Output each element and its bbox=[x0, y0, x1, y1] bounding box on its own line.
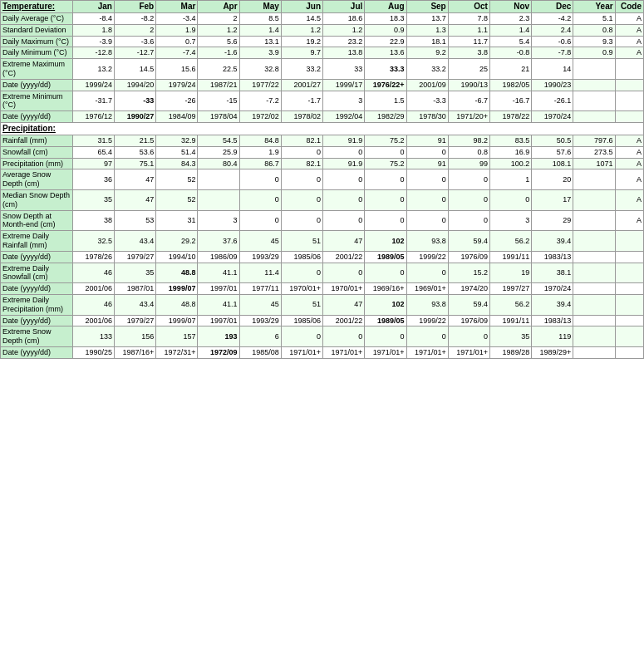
cell-value: 46 bbox=[72, 263, 114, 283]
cell-value: 9.7 bbox=[281, 47, 322, 59]
cell-value: 35 bbox=[72, 189, 114, 210]
col-header-mar: Mar bbox=[156, 1, 198, 13]
cell-value: 1997/01 bbox=[198, 315, 239, 326]
cell-value: 1071 bbox=[573, 158, 615, 169]
cell-value: 156 bbox=[114, 326, 155, 347]
cell-value: 1977/22 bbox=[239, 79, 281, 91]
cell-value bbox=[615, 283, 643, 295]
table-row: Extreme Maximum (°C)13.214.515.622.532.8… bbox=[1, 59, 644, 80]
cell-value: A bbox=[615, 210, 643, 231]
cell-value: 20 bbox=[532, 169, 573, 190]
cell-value: 1991/11 bbox=[489, 315, 531, 326]
cell-value: -3.9 bbox=[72, 36, 114, 47]
cell-value: 0.7 bbox=[156, 36, 198, 47]
cell-value: 75.2 bbox=[365, 135, 406, 146]
cell-value: 9.2 bbox=[406, 47, 448, 59]
cell-value bbox=[615, 111, 643, 123]
row-label: Average Snow Depth (cm) bbox=[1, 169, 73, 190]
cell-value: 2.4 bbox=[532, 24, 573, 36]
cell-value: 45 bbox=[239, 294, 281, 315]
cell-value: 38 bbox=[72, 210, 114, 231]
cell-value: 1983/13 bbox=[532, 315, 573, 326]
cell-value: 0 bbox=[281, 210, 322, 231]
cell-value: 33.3 bbox=[365, 59, 406, 80]
cell-value: -3.4 bbox=[156, 13, 198, 25]
row-label: Rainfall (mm) bbox=[1, 135, 73, 146]
cell-value: 51 bbox=[281, 294, 322, 315]
cell-value: 0 bbox=[323, 263, 365, 283]
table-row: Standard Deviation1.821.91.21.41.21.20.9… bbox=[1, 24, 644, 36]
cell-value: 1971/01+ bbox=[448, 346, 489, 358]
cell-value: 29 bbox=[532, 210, 573, 231]
cell-value: 52 bbox=[156, 189, 198, 210]
cell-value: 1.2 bbox=[323, 24, 365, 36]
cell-value: 0 bbox=[448, 169, 489, 190]
row-label: Date (yyyy/dd) bbox=[1, 346, 73, 358]
cell-value: -16.7 bbox=[489, 91, 531, 111]
cell-value: 1.9 bbox=[156, 24, 198, 36]
cell-value: 53 bbox=[114, 210, 155, 231]
cell-value: 1999/07 bbox=[156, 315, 198, 326]
cell-value bbox=[615, 294, 643, 315]
table-row: Date (yyyy/dd)2001/061979/271999/071997/… bbox=[1, 315, 644, 326]
table-row: Precipitation: bbox=[1, 122, 644, 135]
cell-value: 2001/22 bbox=[323, 251, 365, 263]
cell-value: 98.2 bbox=[448, 135, 489, 146]
table-row: Extreme Minimum (°C)-31.7-33-26-15-7.2-1… bbox=[1, 91, 644, 111]
cell-value: 1990/27 bbox=[114, 111, 155, 123]
cell-value: 0 bbox=[323, 326, 365, 347]
cell-value: 1999/22 bbox=[406, 251, 448, 263]
cell-value: 119 bbox=[532, 326, 573, 347]
cell-value: 3 bbox=[489, 210, 531, 231]
col-header-nov: Nov bbox=[489, 1, 531, 13]
cell-value: 1969/01+ bbox=[406, 283, 448, 295]
cell-value bbox=[573, 169, 615, 190]
cell-value: A bbox=[615, 24, 643, 36]
cell-value: 193 bbox=[198, 326, 239, 347]
cell-value: 0 bbox=[281, 146, 322, 158]
cell-value: 47 bbox=[114, 169, 155, 190]
cell-value: 75.2 bbox=[365, 158, 406, 169]
row-label: Median Snow Depth (cm) bbox=[1, 189, 73, 210]
cell-value: 1.2 bbox=[281, 24, 322, 36]
cell-value: 56.2 bbox=[489, 294, 531, 315]
cell-value: 91.9 bbox=[323, 135, 365, 146]
cell-value: 133 bbox=[72, 326, 114, 347]
cell-value: 0 bbox=[365, 169, 406, 190]
cell-value: 5.4 bbox=[489, 36, 531, 47]
cell-value: 1979/24 bbox=[156, 79, 198, 91]
cell-value: 2001/22 bbox=[323, 315, 365, 326]
cell-value: 1.2 bbox=[198, 24, 239, 36]
cell-value: 1992/04 bbox=[323, 111, 365, 123]
cell-value: 82.1 bbox=[281, 135, 322, 146]
cell-value: 21 bbox=[489, 59, 531, 80]
col-header-year: Year bbox=[573, 1, 615, 13]
cell-value: 84.3 bbox=[156, 158, 198, 169]
table-row: Date (yyyy/dd)1976/121990/271984/091978/… bbox=[1, 111, 644, 123]
table-row: Snowfall (cm)65.453.651.425.91.900000.81… bbox=[1, 146, 644, 158]
cell-value bbox=[198, 189, 239, 210]
cell-value: 1994/20 bbox=[114, 79, 155, 91]
cell-value: 2001/06 bbox=[72, 315, 114, 326]
cell-value: 32.5 bbox=[72, 231, 114, 252]
cell-value: 1972/31+ bbox=[156, 346, 198, 358]
cell-value: -0.8 bbox=[489, 47, 531, 59]
cell-value: 41.1 bbox=[198, 263, 239, 283]
cell-value: -8.4 bbox=[72, 13, 114, 25]
cell-value: -7.8 bbox=[532, 47, 573, 59]
cell-value: 59.4 bbox=[448, 231, 489, 252]
climate-table: Temperature: Jan Feb Mar Apr May Jun Jul… bbox=[0, 0, 644, 359]
cell-value: 1990/13 bbox=[448, 79, 489, 91]
cell-value: 100.2 bbox=[489, 158, 531, 169]
cell-value: 86.7 bbox=[239, 158, 281, 169]
cell-value: 1989/05 bbox=[365, 315, 406, 326]
cell-value: 11.7 bbox=[448, 36, 489, 47]
cell-value: -6.7 bbox=[448, 91, 489, 111]
cell-value: 1971/01+ bbox=[365, 346, 406, 358]
col-header-sep: Sep bbox=[406, 1, 448, 13]
cell-value: 0 bbox=[323, 169, 365, 190]
row-label: Extreme Maximum (°C) bbox=[1, 59, 73, 80]
cell-value: 15.2 bbox=[448, 263, 489, 283]
cell-value: 1987/16+ bbox=[114, 346, 155, 358]
cell-value: 15.6 bbox=[156, 59, 198, 80]
